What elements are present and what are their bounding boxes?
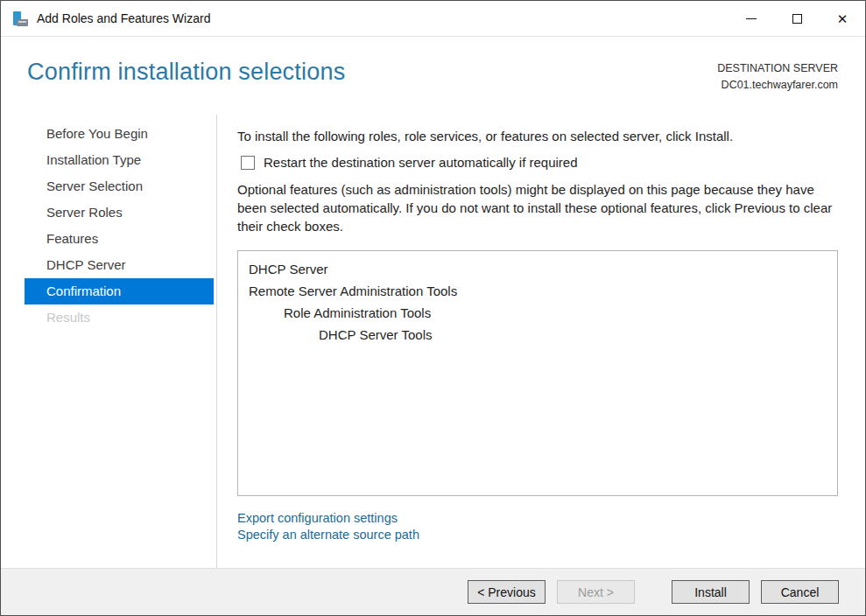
next-button[interactable]: Next > (557, 580, 635, 604)
restart-checkbox[interactable] (241, 156, 255, 170)
sidebar-item-dhcp-server[interactable]: DHCP Server (25, 252, 214, 278)
window-title: Add Roles and Features Wizard (37, 11, 210, 25)
sidebar-item-features[interactable]: Features (25, 226, 214, 252)
sidebar-item-before-you-begin[interactable]: Before You Begin (25, 121, 214, 147)
wizard-footer: < Previous Next > Install Cancel (1, 568, 865, 615)
list-item[interactable]: DHCP Server Tools (249, 324, 827, 346)
wizard-steps-sidebar: Before You Begin Installation Type Serve… (1, 115, 217, 568)
wizard-body: Before You Begin Installation Type Serve… (1, 115, 865, 568)
intro-text: To install the following roles, role ser… (237, 129, 838, 144)
alternate-source-path-link[interactable]: Specify an alternate source path (237, 527, 838, 543)
destination-server-name: DC01.techwayfarer.com (717, 77, 838, 94)
list-item[interactable]: Role Administration Tools (249, 302, 827, 324)
wizard-header: Confirm installation selections DESTINAT… (1, 37, 865, 115)
minimize-button[interactable] (729, 1, 774, 36)
maximize-icon (792, 14, 802, 24)
sidebar-item-server-selection[interactable]: Server Selection (25, 173, 214, 200)
close-icon: ✕ (837, 12, 848, 25)
sidebar-item-confirmation[interactable]: Confirmation (25, 278, 214, 304)
restart-checkbox-label[interactable]: Restart the destination server automatic… (264, 155, 578, 170)
destination-server-label: DESTINATION SERVER (717, 60, 838, 77)
destination-server-block: DESTINATION SERVER DC01.techwayfarer.com (717, 59, 838, 115)
list-item[interactable]: DHCP Server (249, 258, 827, 280)
restart-checkbox-row: Restart the destination server automatic… (241, 155, 838, 170)
install-button[interactable]: Install (672, 580, 750, 604)
sidebar-item-results: Results (25, 304, 214, 331)
wizard-window: Add Roles and Features Wizard ✕ Confirm … (0, 0, 866, 616)
previous-button[interactable]: < Previous (468, 580, 546, 604)
title-bar: Add Roles and Features Wizard ✕ (1, 1, 865, 37)
close-button[interactable]: ✕ (820, 1, 865, 36)
minimize-icon (746, 18, 757, 19)
selected-items-listbox[interactable]: DHCP Server Remote Server Administration… (237, 250, 838, 496)
sidebar-item-installation-type[interactable]: Installation Type (25, 147, 214, 173)
export-configuration-link[interactable]: Export configuration settings (237, 510, 838, 527)
maximize-button[interactable] (774, 1, 820, 36)
page-title: Confirm installation selections (27, 59, 345, 115)
list-item[interactable]: Remote Server Administration Tools (249, 280, 827, 302)
footer-links: Export configuration settings Specify an… (237, 510, 838, 543)
cancel-button[interactable]: Cancel (761, 580, 839, 604)
sidebar-item-server-roles[interactable]: Server Roles (25, 200, 214, 226)
server-manager-icon (12, 11, 28, 26)
confirmation-content: To install the following roles, role ser… (217, 115, 865, 568)
optional-features-note: Optional features (such as administratio… (237, 180, 838, 235)
window-controls: ✕ (729, 1, 865, 36)
